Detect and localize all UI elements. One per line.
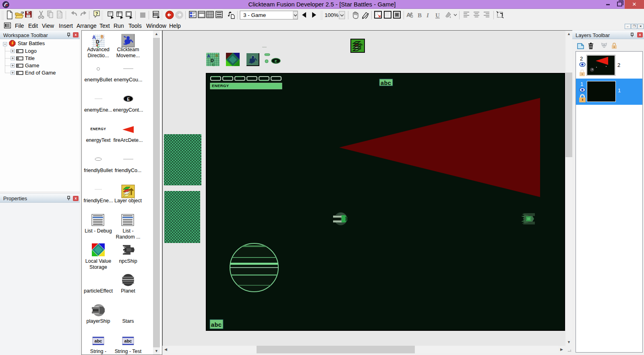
svg-text:E: E [127, 97, 130, 102]
svg-text:B: B [418, 12, 422, 19]
svg-text:enemyEne...: enemyEne... [84, 107, 112, 113]
svg-text:D: D [211, 58, 214, 63]
svg-text:Logo: Logo [25, 48, 37, 54]
svg-text:npcShip: npcShip [119, 258, 137, 264]
svg-text:ENERGY: ENERGY [91, 127, 106, 131]
svg-text:playerShip: playerShip [86, 318, 110, 324]
svg-text:?: ? [95, 11, 98, 16]
svg-text:friendlyBullet: friendlyBullet [84, 168, 113, 173]
svg-text:Game: Game [25, 62, 39, 69]
svg-text:Star Battles: Star Battles [18, 40, 45, 46]
svg-text:B: B [101, 35, 104, 39]
svg-text:Clickteam: Clickteam [117, 47, 139, 52]
svg-text:Layer object: Layer object [114, 198, 142, 203]
svg-text:ENERGY: ENERGY [212, 83, 229, 88]
svg-text:List - Debug: List - Debug [85, 228, 112, 234]
svg-text:Directio...: Directio... [88, 53, 109, 58]
svg-text:3 - Game: 3 - Game [243, 12, 266, 18]
svg-text:End of Game: End of Game [25, 70, 56, 76]
svg-text:friendlyEne...: friendlyEne... [84, 198, 113, 203]
svg-text:100%: 100% [325, 12, 339, 18]
svg-text:I: I [426, 12, 429, 19]
svg-text:enemyBullet: enemyBullet [85, 77, 112, 83]
svg-text:U: U [435, 12, 440, 19]
svg-text:energyText: energyText [86, 137, 111, 143]
svg-text:A: A [207, 54, 210, 58]
svg-text:Advanced: Advanced [87, 47, 110, 52]
svg-text:String - Test: String - Test [115, 349, 142, 354]
svg-text:Planet: Planet [121, 288, 135, 294]
svg-text:Stars: Stars [122, 318, 134, 324]
svg-text:friendlyCo...: friendlyCo... [115, 168, 142, 173]
svg-text:E: E [275, 59, 277, 63]
svg-text:particleEffect: particleEffect [84, 288, 113, 294]
svg-text:Moveme...: Moveme... [116, 53, 140, 58]
svg-text:abc: abc [95, 338, 102, 343]
svg-text:abc: abc [211, 322, 222, 329]
svg-text:B: B [215, 54, 218, 58]
svg-text:energyCont...: energyCont... [113, 107, 143, 113]
svg-text:Random ...: Random ... [116, 234, 140, 240]
svg-text:fireArcDete...: fireArcDete... [114, 137, 143, 143]
svg-text:Title: Title [25, 55, 35, 61]
svg-text:abc: abc [124, 338, 132, 343]
svg-text:List -: List - [122, 228, 133, 234]
svg-text:enemyCou...: enemyCou... [114, 77, 143, 83]
svg-text:Storage: Storage [89, 264, 107, 270]
svg-text:C: C [212, 63, 215, 67]
svg-text:String -: String - [90, 349, 106, 354]
svg-text:Local Value: Local Value [85, 258, 111, 264]
svg-text:abc: abc [380, 80, 391, 87]
